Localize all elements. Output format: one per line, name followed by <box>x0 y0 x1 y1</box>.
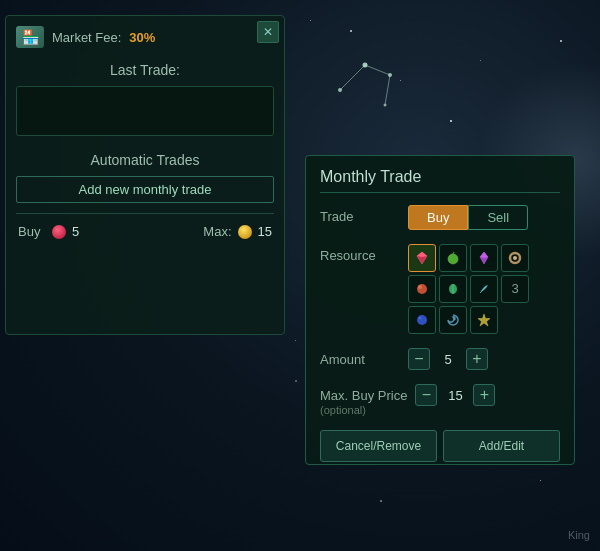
resource-item-water[interactable] <box>408 306 436 334</box>
svg-point-5 <box>388 73 392 77</box>
market-fee-label: Market Fee: <box>52 30 121 45</box>
max-price-value: 15 <box>445 388 465 403</box>
trade-field-row: Trade Buy Sell <box>320 205 560 230</box>
last-trade-label: Last Trade: <box>16 62 274 78</box>
resource-field-label: Resource <box>320 244 400 263</box>
max-amount-value: 15 <box>258 224 272 239</box>
max-price-stepper: − 15 + <box>415 384 560 406</box>
resource-item-apple[interactable] <box>439 244 467 272</box>
max-price-sublabel: (optional) <box>320 404 407 416</box>
svg-point-3 <box>338 88 342 92</box>
trade-type-label: Buy <box>18 224 46 239</box>
svg-line-20 <box>480 287 486 293</box>
market-fee-value: 30% <box>129 30 155 45</box>
svg-point-4 <box>363 63 368 68</box>
svg-line-11 <box>453 252 454 254</box>
sell-toggle-button[interactable]: Sell <box>468 205 528 230</box>
add-edit-button[interactable]: Add/Edit <box>443 430 560 462</box>
right-panel: Monthly Trade Trade Buy Sell Resource <box>305 155 575 465</box>
trade-amount-value: 5 <box>72 224 79 239</box>
market-fee-row: 🏪 Market Fee: 30% <box>16 26 274 48</box>
add-new-trade-button[interactable]: Add new monthly trade <box>16 176 274 203</box>
close-button[interactable]: ✕ <box>257 21 279 43</box>
max-price-increase-button[interactable]: + <box>473 384 495 406</box>
constellation-decoration <box>330 50 410 130</box>
cancel-remove-button[interactable]: Cancel/Remove <box>320 430 437 462</box>
svg-point-16 <box>417 284 427 294</box>
max-price-field-row: Max. Buy Price (optional) − 15 + <box>320 384 560 416</box>
max-price-label: Max. Buy Price <box>320 388 407 403</box>
resource-item-feather[interactable] <box>470 275 498 303</box>
max-price-field-label: Max. Buy Price (optional) <box>320 384 407 416</box>
panel-title: Monthly Trade <box>320 168 560 193</box>
amount-stepper: − 5 + <box>408 348 560 370</box>
resource-grid: 3 <box>408 244 560 334</box>
resource-item-ring[interactable] <box>501 244 529 272</box>
amount-field-label: Amount <box>320 348 400 367</box>
amount-field-row: Amount − 5 + <box>320 348 560 370</box>
max-price-decrease-button[interactable]: − <box>415 384 437 406</box>
trade-field-label: Trade <box>320 205 400 224</box>
resource-item-gem[interactable] <box>408 244 436 272</box>
resource-item-crystal[interactable] <box>470 244 498 272</box>
divider <box>16 213 274 214</box>
amount-stepper-row: − 5 + <box>408 348 560 370</box>
svg-line-2 <box>385 75 390 105</box>
svg-line-1 <box>365 65 390 75</box>
trade-row: Buy 5 Max: 15 <box>16 220 274 243</box>
auto-trades-title: Automatic Trades <box>16 152 274 168</box>
resource-item-herb[interactable] <box>439 275 467 303</box>
resource-item-spark[interactable] <box>470 306 498 334</box>
resource-item-ore[interactable] <box>408 275 436 303</box>
resource-grid-container: 3 <box>408 244 560 334</box>
svg-line-0 <box>340 65 365 90</box>
amount-decrease-button[interactable]: − <box>408 348 430 370</box>
resource-item-number3[interactable]: 3 <box>501 275 529 303</box>
svg-point-17 <box>418 285 422 289</box>
svg-point-21 <box>417 315 427 325</box>
last-trade-box <box>16 86 274 136</box>
trade-toggle: Buy Sell <box>408 205 560 230</box>
trade-toggle-container: Buy Sell <box>408 205 560 230</box>
bottom-buttons: Cancel/Remove Add/Edit <box>320 430 560 462</box>
max-price-stepper-row: − 15 + <box>415 384 560 406</box>
svg-point-22 <box>419 317 422 320</box>
market-fee-icon: 🏪 <box>16 26 44 48</box>
resource-item-swirl[interactable] <box>439 306 467 334</box>
amount-value: 5 <box>438 352 458 367</box>
resource-field-row: Resource <box>320 244 560 334</box>
resource-gem-icon <box>52 225 66 239</box>
resource-coin-icon <box>238 225 252 239</box>
left-panel: ✕ 🏪 Market Fee: 30% Last Trade: Automati… <box>5 15 285 335</box>
svg-marker-23 <box>478 314 490 326</box>
svg-point-6 <box>384 104 387 107</box>
amount-increase-button[interactable]: + <box>466 348 488 370</box>
svg-point-15 <box>513 256 517 260</box>
svg-marker-13 <box>480 252 488 258</box>
watermark: King <box>568 529 590 541</box>
buy-toggle-button[interactable]: Buy <box>408 205 468 230</box>
max-label: Max: <box>203 224 231 239</box>
